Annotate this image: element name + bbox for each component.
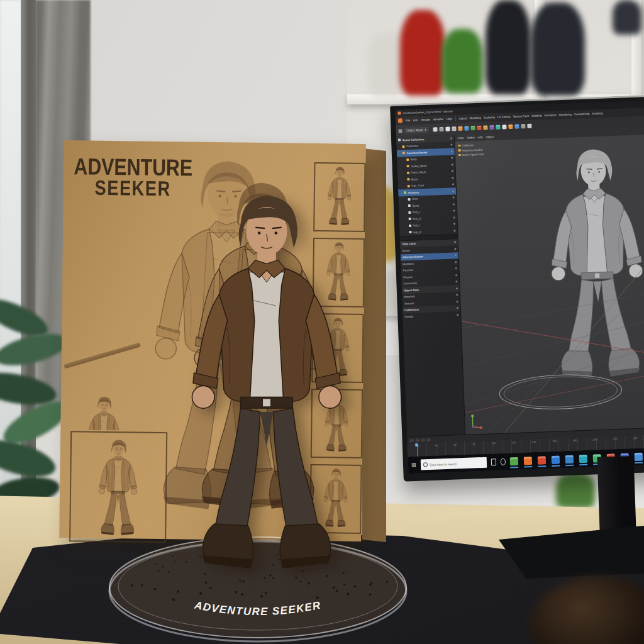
workspace-tab-modeling[interactable]: Modeling bbox=[470, 116, 481, 120]
workspace-tab-shading[interactable]: Shading bbox=[531, 114, 541, 118]
play-icon[interactable] bbox=[421, 438, 425, 441]
jump-start-icon[interactable] bbox=[410, 438, 414, 441]
datablock-icon bbox=[409, 231, 411, 233]
taskbar-app-icon-0[interactable] bbox=[510, 457, 518, 465]
visibility-eye-icon[interactable] bbox=[455, 274, 457, 276]
toolbar-icon-8[interactable] bbox=[484, 125, 488, 130]
menu-render[interactable]: Render bbox=[421, 118, 431, 122]
search-icon bbox=[423, 462, 427, 467]
visibility-eye-icon[interactable] bbox=[457, 307, 458, 309]
toolbar-icon-4[interactable] bbox=[458, 126, 463, 131]
toolbar-icon-2[interactable] bbox=[446, 127, 450, 131]
datablock-icon bbox=[406, 158, 409, 161]
app-menu-icon[interactable] bbox=[398, 118, 402, 123]
timeline-playhead[interactable]: 1 bbox=[415, 443, 420, 457]
start-button[interactable]: ⊞ bbox=[411, 462, 416, 468]
visibility-eye-icon[interactable] bbox=[455, 261, 457, 263]
visibility-eye-icon[interactable] bbox=[454, 248, 456, 250]
frame-tick-label: 180 bbox=[572, 438, 577, 441]
datablock-icon bbox=[407, 172, 409, 174]
cortana-icon[interactable] bbox=[501, 458, 506, 465]
taskbar-app-icon-9[interactable] bbox=[635, 453, 643, 461]
taskbar-search-input[interactable]: Type here to search bbox=[420, 457, 487, 470]
toolbar-icon-0[interactable] bbox=[433, 127, 438, 131]
toolbar-icon-15[interactable] bbox=[528, 124, 532, 128]
mode-dropdown[interactable]: Object Mode ▾ bbox=[404, 127, 429, 133]
axis-gizmo-icon[interactable] bbox=[469, 413, 483, 430]
visibility-eye-icon[interactable] bbox=[453, 223, 455, 225]
visibility-eye-icon[interactable] bbox=[455, 281, 457, 283]
task-view-icon[interactable] bbox=[491, 458, 496, 465]
toolbar-icon-6[interactable] bbox=[471, 126, 475, 130]
menu-window[interactable]: Window bbox=[433, 118, 443, 121]
workspace-tab-layout[interactable]: Layout bbox=[459, 117, 467, 120]
jump-end-icon[interactable] bbox=[426, 438, 430, 441]
frame-tick-label: 40 bbox=[435, 444, 438, 447]
workspace-tab-rendering[interactable]: Rendering bbox=[559, 113, 572, 116]
workspace-tab-texture-paint[interactable]: Texture Paint bbox=[513, 114, 529, 118]
box-art-thumbnail-large bbox=[69, 431, 167, 543]
menu-edit[interactable]: Edit bbox=[413, 118, 418, 121]
taskbar-app-icon-1[interactable] bbox=[524, 457, 532, 465]
visibility-eye-icon[interactable] bbox=[453, 210, 455, 212]
editor-type-icon[interactable] bbox=[398, 129, 402, 133]
datablock-icon bbox=[402, 145, 404, 148]
action-figure bbox=[162, 184, 371, 596]
outliner-row-render[interactable]: Render bbox=[402, 311, 460, 320]
visibility-eye-icon[interactable] bbox=[453, 203, 455, 205]
workspace-tab-scripting[interactable]: Scripting bbox=[592, 112, 602, 116]
visibility-eye-icon[interactable] bbox=[450, 144, 452, 146]
menu-file[interactable]: File bbox=[406, 119, 410, 122]
datablock-icon bbox=[404, 191, 406, 194]
shelf-dark-figure-pair bbox=[531, 3, 585, 96]
toolbar-icon-5[interactable] bbox=[465, 126, 469, 130]
frame-tick-label: 80 bbox=[473, 442, 476, 445]
datablock-icon bbox=[408, 204, 411, 207]
visibility-eye-icon[interactable] bbox=[456, 287, 458, 289]
toolbar-icon-7[interactable] bbox=[477, 126, 482, 130]
visibility-eye-icon[interactable] bbox=[454, 242, 456, 243]
taskbar-app-icon-2[interactable] bbox=[538, 456, 546, 464]
datablock-icon bbox=[408, 185, 410, 187]
taskbar-app-icon-5[interactable] bbox=[579, 455, 587, 463]
visibility-eye-icon[interactable] bbox=[452, 190, 454, 192]
toolbar-icon-12[interactable] bbox=[509, 125, 513, 129]
play-reverse-icon[interactable] bbox=[415, 438, 419, 441]
toolbar-icon-13[interactable] bbox=[515, 124, 519, 128]
datablock-icon bbox=[408, 198, 410, 201]
visibility-eye-icon[interactable] bbox=[457, 301, 458, 303]
shelf-green-figure bbox=[441, 29, 483, 93]
visibility-eye-icon[interactable] bbox=[451, 150, 453, 152]
taskbar-app-icon-3[interactable] bbox=[552, 455, 560, 464]
visibility-eye-icon[interactable] bbox=[452, 177, 453, 179]
visibility-eye-icon[interactable] bbox=[455, 255, 457, 257]
workspace-tab-uv-editing[interactable]: UV Editing bbox=[497, 115, 511, 119]
visibility-eye-icon[interactable] bbox=[456, 294, 458, 296]
toolbar-icon-10[interactable] bbox=[496, 125, 501, 130]
visibility-eye-icon[interactable] bbox=[452, 184, 454, 186]
visibility-eye-icon[interactable] bbox=[455, 268, 457, 270]
visibility-eye-icon[interactable] bbox=[452, 170, 453, 172]
visibility-eye-icon[interactable] bbox=[452, 197, 454, 199]
viewport-3d[interactable]: ViewSelectAddObject CollectionAdventureS… bbox=[455, 128, 644, 435]
menu-help[interactable]: Help bbox=[447, 117, 452, 120]
toolbar-icon-9[interactable] bbox=[490, 125, 494, 130]
taskbar-app-icon-4[interactable] bbox=[565, 455, 574, 464]
shelf-red-figure bbox=[400, 10, 445, 96]
toolbar-icon-3[interactable] bbox=[452, 126, 457, 131]
frame-tick-label: 140 bbox=[532, 440, 536, 443]
visibility-eye-icon[interactable] bbox=[453, 230, 455, 231]
visibility-eye-icon[interactable] bbox=[450, 137, 452, 139]
workspace-tab-compositing[interactable]: Compositing bbox=[574, 112, 590, 116]
visibility-eye-icon[interactable] bbox=[457, 314, 458, 316]
toolbar-icon-14[interactable] bbox=[521, 124, 526, 128]
visibility-eye-icon[interactable] bbox=[452, 164, 453, 165]
visibility-eye-icon[interactable] bbox=[453, 216, 455, 218]
frame-tick-label: 60 bbox=[454, 443, 457, 446]
shelf-white-figure bbox=[368, 33, 404, 96]
workspace-tab-sculpting[interactable]: Sculpting bbox=[484, 116, 495, 119]
toolbar-icon-1[interactable] bbox=[440, 127, 444, 131]
toolbar-icon-11[interactable] bbox=[502, 125, 507, 129]
workspace-tab-animation[interactable]: Animation bbox=[544, 113, 557, 117]
visibility-eye-icon[interactable] bbox=[451, 157, 453, 159]
